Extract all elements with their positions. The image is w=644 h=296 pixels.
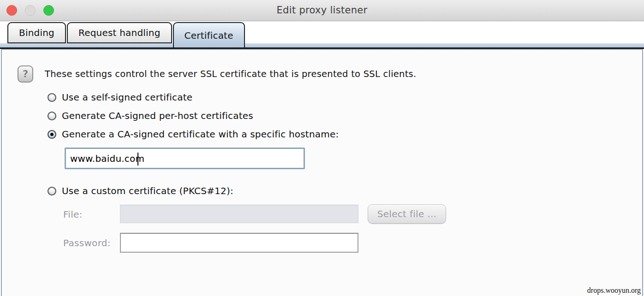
titlebar: Edit proxy listener xyxy=(0,0,644,21)
tab-certificate[interactable]: Certificate xyxy=(173,22,245,47)
radio-custom-certificate-icon[interactable] xyxy=(48,187,56,195)
minimize-window-button[interactable] xyxy=(25,5,36,16)
radio-ca-specific-hostname[interactable]: Generate a CA-signed certificate with a … xyxy=(48,130,339,139)
radio-ca-per-host-icon[interactable] xyxy=(48,112,56,120)
help-text: These settings control the server SSL ce… xyxy=(45,65,416,83)
edit-proxy-listener-dialog: Edit proxy listener Binding Request hand… xyxy=(0,0,644,296)
zoom-window-button[interactable] xyxy=(43,5,54,16)
radio-self-signed-label: Use a self-signed certificate xyxy=(62,92,192,103)
password-input[interactable] xyxy=(120,233,358,253)
hostname-input[interactable] xyxy=(66,148,304,168)
radio-ca-per-host-label: Generate CA-signed per-host certificates xyxy=(62,110,253,121)
watermark: drops.wooyun.org xyxy=(587,286,641,295)
hostname-field-focus-ring xyxy=(65,148,305,169)
tab-binding[interactable]: Binding xyxy=(7,22,66,43)
password-label: Password: xyxy=(63,237,111,249)
select-file-button[interactable]: Select file ... xyxy=(368,204,446,224)
radio-custom-certificate[interactable]: Use a custom certificate (PKCS#12): xyxy=(48,186,233,195)
radio-custom-certificate-label: Use a custom certificate (PKCS#12): xyxy=(62,185,233,196)
tab-certificate-label: Certificate xyxy=(185,30,233,41)
window-title: Edit proxy listener xyxy=(0,0,644,21)
file-input xyxy=(120,205,358,223)
radio-self-signed-icon[interactable] xyxy=(48,93,56,102)
radio-self-signed[interactable]: Use a self-signed certificate xyxy=(48,93,339,102)
certificate-options: Use a self-signed certificate Generate C… xyxy=(48,93,339,148)
radio-ca-per-host[interactable]: Generate CA-signed per-host certificates xyxy=(48,111,339,120)
file-label: File: xyxy=(63,209,83,220)
help-icon[interactable]: ? xyxy=(18,65,33,83)
radio-ca-specific-hostname-label: Generate a CA-signed certificate with a … xyxy=(62,129,339,140)
tab-bar: Binding Request handling Certificate xyxy=(7,22,245,43)
tab-binding-label: Binding xyxy=(19,27,54,38)
tab-request-handling-label: Request handling xyxy=(78,27,161,38)
radio-ca-specific-hostname-icon[interactable] xyxy=(48,130,56,139)
active-tab-strip xyxy=(0,43,644,49)
tab-request-handling[interactable]: Request handling xyxy=(67,22,172,43)
certificate-tab-panel: ? These settings control the server SSL … xyxy=(1,49,643,296)
close-window-button[interactable] xyxy=(6,5,17,16)
